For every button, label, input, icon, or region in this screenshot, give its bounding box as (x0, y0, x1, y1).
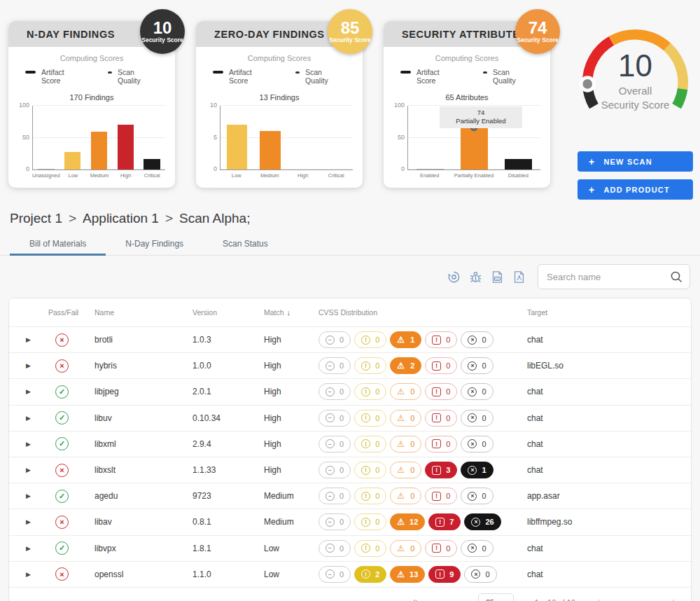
breadcrumb-item[interactable]: Application 1 (83, 211, 159, 226)
cell-version: 1.8.1 (192, 544, 264, 553)
add-product-button[interactable]: + ADD PRODUCT (578, 179, 693, 200)
badge-score: 10 (153, 20, 172, 36)
cvss-count: 0 (340, 466, 344, 474)
y-axis-tick: 100 (394, 102, 405, 109)
cvss-chip-severity-0: −0 (318, 410, 351, 427)
cvss-count: 0 (375, 518, 379, 526)
header-match[interactable]: Match ↓ (264, 308, 318, 317)
tab-bill-of-materials[interactable]: Bill of Materials (10, 235, 106, 255)
new-scan-button[interactable]: + NEW SCAN (578, 151, 693, 172)
bar-chart-zeroday: 0510LowMediumHighCritical (196, 106, 363, 179)
cvss-count: 0 (375, 336, 379, 344)
cvss-count: 0 (340, 492, 344, 500)
chart-title: 13 Findings (196, 93, 363, 102)
tab-bar: Bill of MaterialsN-Day FindingsScan Stat… (10, 235, 700, 255)
cvss-chip-severity-4: ×0 (461, 357, 493, 374)
expand-row-icon[interactable]: ▶ (16, 518, 48, 525)
cell-target: libffmpeg.so (527, 517, 691, 527)
cvss-chip-severity-1: !0 (354, 331, 386, 348)
header-name: Name (94, 308, 192, 317)
next-page-icon[interactable]: > (645, 597, 650, 601)
plus-icon: + (589, 156, 595, 167)
cell-match: High (264, 439, 318, 449)
header-version: Version (192, 308, 264, 317)
cvss-count: 0 (375, 492, 379, 500)
cvss-distribution: −0!0⚠0!0×0 (318, 540, 527, 557)
sort-descending-icon[interactable]: ↓ (287, 308, 291, 317)
cvss-chip-severity-2: ⚠0 (390, 462, 421, 478)
pagination-range: 1 – 10 of 10 (535, 598, 575, 601)
chart-plot-area: 05010074Partially Enabled (407, 106, 540, 170)
expand-row-icon[interactable]: ▶ (16, 492, 48, 499)
scan-quality-swatch (108, 71, 112, 74)
warning-triangle-icon: ⚠ (397, 387, 405, 396)
exclamation-square-icon: ! (432, 413, 441, 422)
x-axis-label: Unassigned (32, 172, 60, 179)
expand-row-icon[interactable]: ▶ (16, 415, 48, 422)
rescan-icon[interactable] (447, 270, 461, 284)
header-cvss-distribution: CVSS Distribution (318, 308, 527, 317)
export-pdf-icon[interactable] (512, 270, 526, 284)
y-axis-tick: 0 (214, 165, 217, 172)
exclamation-circle-icon: ! (361, 413, 370, 422)
bug-report-icon[interactable] (468, 270, 482, 284)
expand-row-icon[interactable]: ▶ (16, 441, 48, 448)
cvss-chip-severity-0: −0 (318, 331, 351, 348)
y-axis-tick: 5 (214, 134, 217, 141)
bar-medium (260, 131, 280, 170)
items-per-page-label: Items per page: (414, 598, 467, 601)
pass-icon: ✓ (55, 437, 69, 450)
expand-row-icon[interactable]: ▶ (16, 467, 48, 474)
breadcrumb-item[interactable]: Project 1 (10, 211, 62, 226)
cross-circle-icon: × (471, 569, 480, 579)
warning-triangle-icon: ⚠ (397, 518, 405, 526)
cell-version: 1.0.3 (192, 335, 264, 345)
cell-name: libav (94, 517, 192, 527)
search-icon[interactable] (670, 270, 682, 284)
cvss-chip-severity-2: ⚠1 (390, 331, 421, 348)
cvss-count: 0 (446, 414, 450, 422)
cross-circle-icon: × (468, 544, 477, 553)
previous-page-icon[interactable]: < (622, 597, 627, 601)
security-score-gauge: 10 Overall Security Score (567, 21, 700, 119)
cell-name: libxslt (94, 465, 192, 475)
card-subtitle: Computing Scores (196, 54, 363, 62)
cell-version: 9723 (192, 491, 264, 501)
expand-row-icon[interactable]: ▶ (16, 545, 48, 552)
export-csv-icon[interactable]: csv (490, 270, 504, 284)
cell-version: 1.0.0 (192, 361, 264, 371)
page-size-select[interactable]: 25 ▾ (478, 593, 514, 601)
cvss-count: 0 (375, 440, 379, 448)
svg-text:csv: csv (495, 277, 498, 280)
breadcrumb-item[interactable]: Scan Alpha; (179, 211, 250, 226)
cvss-count: 0 (410, 387, 414, 396)
bar-disabled (505, 159, 532, 170)
tab-scan-status[interactable]: Scan Status (203, 235, 288, 255)
expand-row-icon[interactable]: ▶ (16, 571, 48, 578)
expand-row-icon[interactable]: ▶ (16, 362, 48, 369)
expand-row-icon[interactable]: ▶ (16, 336, 48, 343)
minus-circle-icon: − (326, 387, 335, 396)
x-axis-label: Critical (139, 172, 165, 179)
tab-n-day-findings[interactable]: N-Day Findings (106, 235, 203, 255)
cvss-chip-severity-3: !0 (425, 410, 457, 427)
exclamation-circle-icon: ! (361, 518, 370, 527)
card-security-attributes: 74 Security Score SECURITY ATTRIBUTES Co… (384, 21, 550, 188)
legend-artifact-score: Artifact Score (400, 68, 451, 85)
search-input[interactable] (547, 272, 670, 282)
pass-icon: ✓ (55, 411, 69, 424)
cvss-chip-severity-3: !7 (428, 513, 461, 530)
first-page-icon[interactable]: |< (598, 597, 604, 601)
cvss-chip-severity-2: ⚠2 (390, 357, 421, 374)
cvss-distribution: −0!0⚠0!3×1 (318, 462, 527, 478)
bill-of-materials-table: Pass/Fail Name Version Match ↓ CVSS Dist… (8, 298, 692, 601)
table-row: ▶✓libuv0.10.34High−0!0⚠0!0×0chat (9, 405, 691, 431)
expand-row-icon[interactable]: ▶ (16, 388, 48, 395)
last-page-icon[interactable]: >| (668, 597, 674, 601)
cvss-count: 0 (482, 387, 486, 396)
cvss-chip-severity-3: !3 (425, 462, 457, 478)
cvss-count: 1 (482, 466, 486, 474)
cell-version: 2.0.1 (192, 387, 264, 396)
cross-circle-icon: × (468, 466, 477, 475)
chart-tooltip: 74Partially Enabled (440, 106, 522, 128)
